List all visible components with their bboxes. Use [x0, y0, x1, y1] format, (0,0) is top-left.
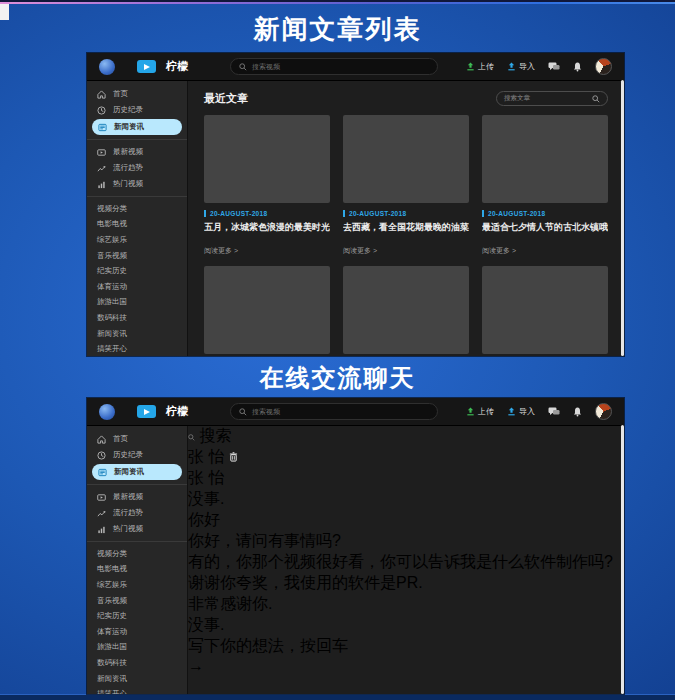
upload-button[interactable]: 上传	[466, 61, 494, 72]
video-search-input[interactable]: 搜索视频	[230, 403, 438, 420]
bell-icon[interactable]	[573, 62, 582, 72]
message-bubble: 你好	[188, 510, 613, 531]
chat-message: 你好，请问有事情吗?	[188, 531, 613, 552]
sidebar-item-latest[interactable]: 最新视频	[87, 489, 187, 505]
sidebar-category[interactable]: 音乐视频	[87, 593, 187, 609]
upload-icon	[466, 407, 475, 416]
app-logo-icon[interactable]	[99, 404, 115, 420]
upload-label: 上传	[478, 406, 494, 417]
message-input[interactable]: 写下你的想法，按回车	[188, 636, 613, 657]
clock-icon	[97, 451, 106, 460]
user-avatar[interactable]	[595, 403, 612, 420]
sidebar-item-history[interactable]: 历史纪录	[87, 102, 187, 118]
sidebar-category[interactable]: 音乐视频	[87, 248, 187, 264]
chat-message: 你好	[188, 510, 613, 531]
sidebar-category[interactable]: 综艺娱乐	[87, 577, 187, 593]
read-more-link[interactable]: 阅读更多 >	[204, 246, 330, 256]
play-logo-icon[interactable]	[137, 60, 156, 73]
message-bubble: 有的，你那个视频很好看，你可以告诉我是什么软件制作吗?	[188, 552, 613, 573]
sidebar-category[interactable]: 纪实历史	[87, 608, 187, 624]
article-image	[482, 115, 608, 203]
chart-icon	[97, 525, 106, 534]
sidebar-category[interactable]: 视频分类	[87, 546, 187, 562]
search-icon	[239, 408, 247, 416]
article-card[interactable]	[343, 266, 469, 354]
sidebar-divider	[87, 484, 187, 485]
sidebar-category[interactable]: 纪实历史	[87, 263, 187, 279]
sidebar-item-home[interactable]: 首页	[87, 86, 187, 102]
message-bubble: 非常感谢你.	[188, 594, 613, 615]
contact-last-message: 没事.	[188, 489, 613, 510]
sidebar-item-trending[interactable]: 流行趋势	[87, 505, 187, 521]
send-button[interactable]: →	[188, 657, 613, 675]
play-logo-icon[interactable]	[137, 405, 156, 418]
clock-icon	[97, 106, 106, 115]
window-scrollbar[interactable]	[621, 80, 624, 356]
article-card[interactable]: 20-AUGUST-2018 去西藏，看全国花期最晚的油菜花 阅读更多 >	[343, 115, 469, 266]
window-scrollbar[interactable]	[621, 425, 624, 694]
article-card[interactable]	[482, 266, 608, 354]
sidebar-category[interactable]: 电影电视	[87, 562, 187, 578]
sidebar-item-hot[interactable]: 热门视频	[87, 521, 187, 537]
sidebar-category[interactable]: 旅游出国	[87, 640, 187, 656]
article-image	[343, 115, 469, 203]
sidebar-category[interactable]: 视频分类	[87, 201, 187, 217]
message-bubble: 你好，请问有事情吗?	[188, 531, 613, 552]
article-card[interactable]: 20-AUGUST-2018 最适合七夕情人节的古北水镇哦 阅读更多 >	[482, 115, 608, 266]
import-icon	[507, 407, 516, 416]
article-image	[482, 266, 608, 354]
chat-panel: 搜索 张 怡 张 怡 没事.	[188, 426, 613, 694]
sidebar-category[interactable]: 电影电视	[87, 217, 187, 233]
article-card[interactable]	[204, 266, 330, 354]
sidebar-item-hot[interactable]: 热门视频	[87, 176, 187, 192]
app-header: 柠檬 搜索视频 上传 导入	[87, 53, 624, 81]
read-more-link[interactable]: 阅读更多 >	[482, 246, 608, 256]
app-window-chat: 柠檬 搜索视频 上传 导入 首页	[87, 398, 624, 694]
chart-icon	[97, 180, 106, 189]
contact-item[interactable]: 张 怡 没事.	[188, 468, 613, 510]
article-card[interactable]: 20-AUGUST-2018 五月，冰城紫色浪漫的最美时光 阅读更多 >	[204, 115, 330, 266]
upload-button[interactable]: 上传	[466, 406, 494, 417]
chat-search-input[interactable]: 搜索	[188, 426, 613, 447]
sidebar-item-news[interactable]: 新闻资讯	[92, 119, 182, 135]
sidebar-item-history[interactable]: 历史纪录	[87, 447, 187, 463]
import-button[interactable]: 导入	[507, 406, 535, 417]
sidebar-category[interactable]: 数码科技	[87, 655, 187, 671]
sidebar-divider	[87, 541, 187, 542]
article-search-input[interactable]: 搜索文章	[496, 91, 608, 106]
sidebar-divider	[87, 139, 187, 140]
chat-message: 有的，你那个视频很好看，你可以告诉我是什么软件制作吗?	[188, 552, 613, 573]
sidebar-category[interactable]: 综艺娱乐	[87, 232, 187, 248]
app-window-articles: 柠檬 搜索视频 上传 导入 首页	[87, 53, 624, 356]
messages-icon[interactable]	[548, 407, 560, 417]
article-title: 五月，冰城紫色浪漫的最美时光	[204, 222, 330, 233]
sidebar-category[interactable]: 新闻资讯	[87, 671, 187, 687]
sidebar-category[interactable]: 搞笑开心	[87, 341, 187, 356]
read-more-link[interactable]: 阅读更多 >	[343, 246, 469, 256]
sidebar-item-news[interactable]: 新闻资讯	[92, 464, 182, 480]
article-image	[343, 266, 469, 354]
messages-icon[interactable]	[548, 62, 560, 72]
chat-search-placeholder: 搜索	[199, 427, 231, 444]
sidebar-item-latest[interactable]: 最新视频	[87, 144, 187, 160]
bell-icon[interactable]	[573, 407, 582, 417]
home-icon	[97, 435, 106, 444]
article-image	[204, 266, 330, 354]
app-logo-icon[interactable]	[99, 59, 115, 75]
sidebar-category[interactable]: 体育运动	[87, 624, 187, 640]
contact-list: 张 怡 没事.	[188, 468, 613, 510]
import-button[interactable]: 导入	[507, 61, 535, 72]
trash-icon[interactable]	[229, 452, 238, 462]
search-icon	[188, 434, 195, 441]
sidebar-item-trending[interactable]: 流行趋势	[87, 160, 187, 176]
sidebar-category[interactable]: 体育运动	[87, 279, 187, 295]
sidebar-category[interactable]: 新闻资讯	[87, 326, 187, 342]
chat-message: 非常感谢你.	[188, 594, 613, 615]
article-date: 20-AUGUST-2018	[482, 210, 608, 217]
video-search-input[interactable]: 搜索视频	[230, 58, 438, 75]
sidebar-category[interactable]: 搞笑开心	[87, 686, 187, 694]
sidebar-item-home[interactable]: 首页	[87, 431, 187, 447]
sidebar-category[interactable]: 数码科技	[87, 310, 187, 326]
user-avatar[interactable]	[595, 58, 612, 75]
sidebar-category[interactable]: 旅游出国	[87, 295, 187, 311]
